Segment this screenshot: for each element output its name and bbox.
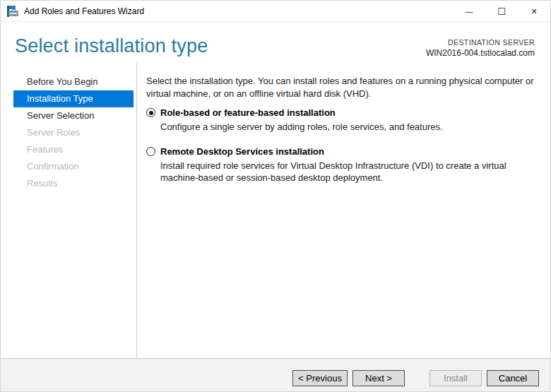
option-remote-desktop: Remote Desktop Services installation Ins… <box>146 146 542 184</box>
wizard-footer: < Previous Next > Install Cancel <box>1 358 550 391</box>
role-based-description: Configure a single server by adding role… <box>160 121 542 133</box>
remote-desktop-description: Install required role services for Virtu… <box>160 160 542 184</box>
wizard-window: Add Roles and Features Wizard — ☐ ✕ Sele… <box>0 0 551 392</box>
wizard-header: Select installation type DESTINATION SER… <box>1 23 550 62</box>
destination-server: WIN2016-004.tstlocalad.com <box>426 48 535 58</box>
nav-item-results: Results <box>13 175 134 192</box>
option-role-based: Role-based or feature-based installation… <box>146 107 542 133</box>
role-based-label[interactable]: Role-based or feature-based installation <box>160 107 336 118</box>
destination-label: DESTINATION SERVER <box>426 38 535 47</box>
next-button[interactable]: Next > <box>352 370 405 386</box>
nav-item-server-selection[interactable]: Server Selection <box>13 107 134 124</box>
destination-block: DESTINATION SERVER WIN2016-004.tstlocala… <box>426 38 535 58</box>
nav-item-features: Features <box>13 141 134 158</box>
nav-item-installation-type[interactable]: Installation Type <box>13 90 134 107</box>
nav-item-confirmation: Confirmation <box>13 158 134 175</box>
cancel-button[interactable]: Cancel <box>487 370 539 386</box>
nav-item-before-you-begin[interactable]: Before You Begin <box>13 73 134 90</box>
window-controls: — ☐ ✕ <box>453 1 550 22</box>
page-title: Select installation type <box>15 35 208 57</box>
nav-item-server-roles: Server Roles <box>13 124 134 141</box>
wizard-body: Before You Begin Installation Type Serve… <box>1 62 550 358</box>
window-title: Add Roles and Features Wizard <box>24 6 144 16</box>
server-manager-icon <box>7 6 20 17</box>
wizard-nav: Before You Begin Installation Type Serve… <box>1 62 136 358</box>
title-bar: Add Roles and Features Wizard — ☐ ✕ <box>1 1 550 22</box>
previous-button[interactable]: < Previous <box>292 370 348 386</box>
minimize-button[interactable]: — <box>453 1 485 22</box>
maximize-button[interactable]: ☐ <box>485 1 518 22</box>
install-button: Install <box>429 370 482 386</box>
role-based-radio[interactable] <box>146 108 155 117</box>
wizard-content: Select the installation type. You can in… <box>137 62 550 358</box>
remote-desktop-radio[interactable] <box>146 147 155 156</box>
intro-text: Select the installation type. You can in… <box>146 75 539 100</box>
remote-desktop-label[interactable]: Remote Desktop Services installation <box>160 146 324 157</box>
close-button[interactable]: ✕ <box>518 1 550 22</box>
